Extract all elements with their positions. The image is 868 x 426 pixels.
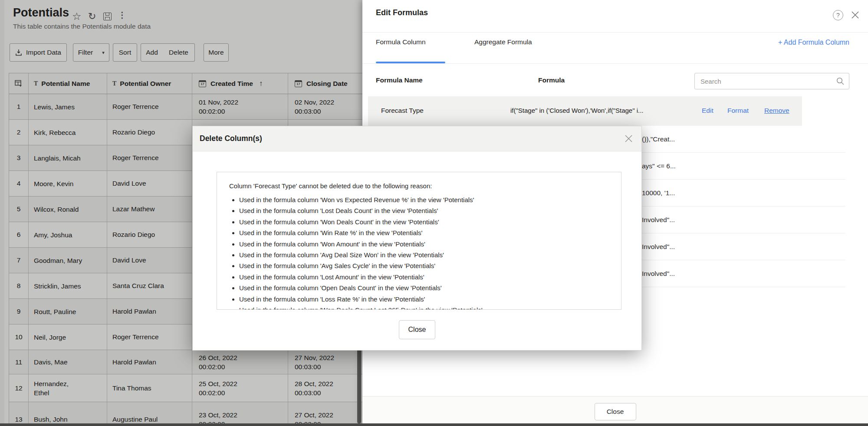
select-columns-header-cell[interactable] — [9, 73, 29, 94]
add-formula-column-link[interactable]: + Add Formula Column — [778, 39, 849, 46]
potential-owner-cell[interactable]: Lazar Mathew — [107, 197, 192, 222]
row-number-cell: 13 — [9, 402, 29, 426]
more-button[interactable]: More — [204, 43, 229, 62]
edit-link[interactable]: Edit — [702, 107, 713, 115]
formula-name-header: Formula Name — [376, 76, 423, 84]
potential-name-cell[interactable]: Lewis, James — [29, 94, 107, 119]
text-type-icon: T — [112, 80, 116, 87]
closing-date-cell[interactable]: 28 Oct, 2022 00:03:00 — [288, 374, 362, 402]
favorite-star-icon[interactable]: ☆ — [72, 10, 82, 23]
more-options-kebab-icon[interactable]: ⋮ — [118, 10, 126, 20]
created-time-cell[interactable]: 01 Nov, 2022 00:02:00 — [192, 94, 288, 119]
potential-name-cell[interactable]: Neil, Jorge — [29, 324, 107, 350]
potential-owner-cell[interactable]: Rozario Diego — [107, 222, 192, 247]
table-row[interactable]: 11 Davis, Mae Harold Pawlan 26 Oct, 2022… — [9, 350, 362, 374]
column-header-potential-name[interactable]: T Potential Name — [29, 73, 107, 94]
refresh-icon[interactable]: ↻ — [88, 11, 96, 22]
filter-button[interactable]: Filter — [73, 43, 98, 62]
modal-close-icon[interactable] — [624, 134, 633, 145]
column-select-icon — [15, 80, 23, 87]
row-number-cell: 12 — [9, 374, 29, 402]
sort-button[interactable]: Sort — [113, 43, 137, 62]
sort-ascending-icon[interactable]: ↑ — [259, 79, 263, 88]
reason-item: Used in the formula column 'Avg Deal Siz… — [239, 249, 611, 260]
created-time-cell[interactable]: 23 Oct, 2022 00:02:00 — [192, 402, 288, 426]
potential-owner-cell[interactable]: David Love — [107, 248, 192, 273]
potential-owner-cell[interactable]: David Love — [107, 171, 192, 196]
potential-owner-cell[interactable]: Harold Pawlan — [107, 350, 192, 374]
created-time-cell[interactable]: 25 Oct, 2022 00:02:00 — [192, 374, 288, 402]
column-header-created-time[interactable]: 17 Created Time ↑ — [192, 73, 288, 94]
remove-link[interactable]: Remove — [764, 107, 789, 115]
table-row[interactable]: 12 Hernandez, Ethel Tina Thomas 25 Oct, … — [9, 374, 362, 402]
reason-item: Used in the formula column 'Avg Sales Cy… — [239, 260, 611, 271]
row-number-cell: 9 — [9, 299, 29, 324]
divider — [362, 63, 868, 64]
closing-date-cell[interactable]: 27 Nov, 2022 00:03:00 — [288, 350, 362, 374]
row-number-cell: 10 — [9, 324, 29, 350]
panel-close-button[interactable]: Close — [595, 403, 636, 420]
panel-close-icon[interactable] — [851, 10, 860, 21]
potential-name-cell[interactable]: Hernandez, Ethel — [29, 374, 107, 402]
tab-formula-column[interactable]: Formula Column — [376, 38, 426, 46]
help-icon[interactable]: ? — [833, 10, 843, 20]
filter-dropdown-caret[interactable]: ▾ — [98, 43, 109, 62]
grid-header-row: T Potential Name T Potential Owner 17 Cr… — [9, 73, 362, 94]
created-time-cell[interactable]: 26 Oct, 2022 00:02:00 — [192, 350, 288, 374]
table-row[interactable]: 1 Lewis, James Roger Terrence 01 Nov, 20… — [9, 94, 362, 120]
add-button[interactable]: Add — [141, 43, 163, 62]
potential-name-cell[interactable]: Davis, Mae — [29, 350, 107, 374]
row-number-cell: 2 — [9, 120, 29, 145]
row-number-cell: 8 — [9, 273, 29, 298]
potential-name-cell[interactable]: Goodman, Mary — [29, 248, 107, 273]
column-header-closing-date[interactable]: 17 Closing Date — [288, 73, 362, 94]
modal-title: Delete Column(s) — [200, 126, 262, 151]
table-row[interactable]: 13 Bush, John Augustine Paul 23 Oct, 202… — [9, 402, 362, 426]
panel-footer: Close — [362, 396, 868, 424]
closing-date-cell[interactable]: 02 Nov, 2022 00:03:00 — [288, 94, 362, 119]
formula-header: Formula — [538, 76, 565, 84]
import-data-button[interactable]: Import Data — [10, 43, 67, 62]
potential-name-cell[interactable]: Moore, Kevin — [29, 171, 107, 196]
table-description: This table contains the Potentials modul… — [13, 23, 151, 30]
potential-name-cell[interactable]: Stricklin, James — [29, 273, 107, 298]
search-input[interactable] — [694, 73, 849, 89]
potential-name-cell[interactable]: Langlais, Micah — [29, 145, 107, 170]
potential-name-cell[interactable]: Routt, Pauline — [29, 299, 107, 324]
potential-owner-cell[interactable]: Roger Terrence — [107, 145, 192, 170]
format-link[interactable]: Format — [727, 107, 749, 115]
reason-message-box: Column 'Forecast Type' cannot be deleted… — [217, 172, 621, 310]
reason-item: Used in the formula column 'Open Deals C… — [239, 282, 611, 293]
delete-button[interactable]: Delete — [163, 43, 195, 62]
closing-date-cell[interactable]: 27 Oct, 2022 00:03:00 — [288, 402, 362, 426]
formula-row-forecast-type[interactable]: Forecast Type if("Stage" in ('Closed Won… — [368, 96, 802, 126]
text-type-icon: T — [34, 80, 38, 87]
row-number-cell: 5 — [9, 197, 29, 222]
window-bottom-edge — [0, 423, 868, 426]
cannot-delete-message: Column 'Forecast Type' cannot be deleted… — [229, 181, 611, 191]
reason-item: Used in the formula column 'Won Deals Co… — [239, 305, 611, 310]
reason-item: Used in the formula column 'Win Rate %' … — [239, 227, 611, 238]
potential-owner-cell[interactable]: Augustine Paul — [107, 402, 192, 426]
potential-owner-cell[interactable]: Rozario Diego — [107, 120, 192, 145]
potential-name-cell[interactable]: Bush, John — [29, 402, 107, 426]
potential-owner-cell[interactable]: Tina Thomas — [107, 374, 192, 402]
potential-name-cell[interactable]: Wilcox, Ronald — [29, 197, 107, 222]
row-number-cell: 6 — [9, 222, 29, 247]
reason-item: Used in the formula column 'Won Deals Co… — [239, 216, 611, 227]
potential-owner-cell[interactable]: Roger Terrence — [107, 94, 192, 119]
row-number-cell: 3 — [9, 145, 29, 170]
modal-close-button[interactable]: Close — [399, 320, 435, 339]
panel-title: Edit Formulas — [376, 8, 428, 17]
save-icon[interactable] — [103, 13, 112, 20]
potential-name-cell[interactable]: Kirk, Rebecca — [29, 120, 107, 145]
potential-owner-cell[interactable]: Santa Cruz Clara — [107, 273, 192, 298]
row-number-cell: 4 — [9, 171, 29, 196]
column-header-potential-owner[interactable]: T Potential Owner — [107, 73, 192, 94]
tab-aggregate-formula[interactable]: Aggregate Formula — [474, 38, 532, 46]
page-title: Potentials — [13, 6, 69, 20]
potential-name-cell[interactable]: Amy, Joshua — [29, 222, 107, 247]
calendar-icon: 17 — [295, 80, 302, 87]
potential-owner-cell[interactable]: Harold Pawlan — [107, 299, 192, 324]
potential-owner-cell[interactable]: Roger Terrence — [107, 324, 192, 350]
